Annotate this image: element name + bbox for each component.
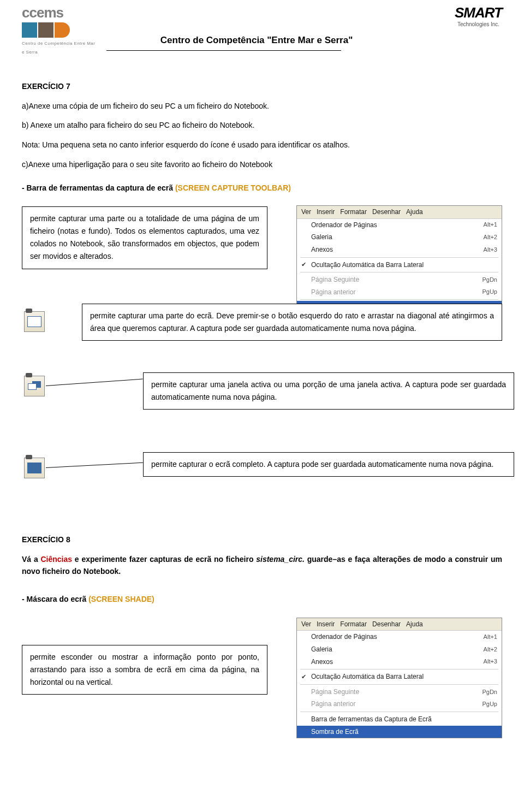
header-rule xyxy=(106,50,341,51)
menu-item-capture-toolbar[interactable]: Barra de ferramentas da Captura de Ecrã xyxy=(297,713,502,726)
menu-item-attachments[interactable]: Anexos Alt+3 xyxy=(297,244,502,256)
capture-screen-row: permite capturar o ecrã completo. A capt… xyxy=(22,452,502,512)
menu-ver[interactable]: Ver xyxy=(301,619,311,630)
menu-item-screen-shade[interactable]: Sombra de Ecrã xyxy=(297,726,502,738)
view-menu-1: Ver Inserir Formatar Desenhar Ajuda Orde… xyxy=(296,205,502,314)
shade-box: permite esconder ou mostrar a informação… xyxy=(22,645,267,695)
menu-item-page-sorter[interactable]: Ordenador de Páginas Alt+1 xyxy=(297,631,502,643)
view-menu-2: Ver Inserir Formatar Desenhar Ajuda Orde… xyxy=(296,618,502,738)
content: EXERCÍCIO 7 a)Anexe uma cópia de um fich… xyxy=(0,81,524,749)
menu-separator xyxy=(300,257,498,258)
shade-block: permite esconder ou mostrar a informação… xyxy=(22,618,502,749)
exercise-8: EXERCÍCIO 8 Vá a Ciências e experimente … xyxy=(22,534,502,577)
capture-block: permite capturar uma parte ou a totalida… xyxy=(22,206,502,354)
screen-shade-orange: (SCREEN SHADE) xyxy=(88,595,154,603)
menu-item-autohide[interactable]: Ocultação Automática da Barra Lateral xyxy=(297,259,502,271)
logo-ccems-icon xyxy=(22,22,98,38)
document-page: ccems Centro de Competência Entre Mar e … xyxy=(0,0,524,812)
menu-item-prev-page: Página anterior PgUp xyxy=(297,698,502,710)
menu-item-gallery[interactable]: Galeria Alt+2 xyxy=(297,643,502,656)
menu-separator xyxy=(300,299,498,300)
menubar: Ver Inserir Formatar Desenhar Ajuda xyxy=(297,206,502,219)
logo-ccems-text: ccems xyxy=(22,4,63,21)
exercise-8-heading: EXERCÍCIO 8 xyxy=(22,534,502,546)
capture-screen-icon xyxy=(24,458,45,478)
menubar: Ver Inserir Formatar Desenhar Ajuda xyxy=(297,618,502,631)
exercise-7-heading: EXERCÍCIO 7 xyxy=(22,81,502,93)
screen-shade-heading: - Máscara do ecrã (SCREEN SHADE) xyxy=(22,594,502,606)
exercise-7-a: a)Anexe uma cópia de um ficheiro do seu … xyxy=(22,100,502,112)
connector-line xyxy=(46,379,143,386)
exercise-8-body: Vá a Ciências e experimente fazer captur… xyxy=(22,554,502,577)
capture-box-window: permite capturar uma janela activa ou um… xyxy=(143,372,514,410)
menu-separator xyxy=(300,684,498,685)
capture-box-intro: permite capturar uma parte ou a totalida… xyxy=(22,206,267,269)
menu-item-attachments[interactable]: Anexos Alt+3 xyxy=(297,656,502,668)
menu-item-page-sorter[interactable]: Ordenador de Páginas Alt+1 xyxy=(297,219,502,232)
exercise-7-b: b) Anexe um atalho para ficheiro do seu … xyxy=(22,120,502,132)
connector-line xyxy=(46,463,143,468)
menu-item-gallery[interactable]: Galeria Alt+2 xyxy=(297,231,502,244)
capture-area-icon xyxy=(24,311,45,332)
capture-box-area: permite capturar uma parte do ecrã. Deve… xyxy=(82,304,502,341)
menu-inserir[interactable]: Inserir xyxy=(317,619,335,630)
header: ccems Centro de Competência Entre Mar e … xyxy=(0,0,524,81)
screen-shade-prefix: - Máscara do ecrã xyxy=(22,595,88,603)
logo-smart: SMART Technologies Inc. xyxy=(415,4,502,28)
menu-ajuda[interactable]: Ajuda xyxy=(406,207,423,217)
logo-ccems-subtitle: Centro de Competência Entre Mar e Serra xyxy=(22,41,95,55)
page-title: Centro de Competência "Entre Mar e Serra… xyxy=(98,4,415,46)
menu-formatar[interactable]: Formatar xyxy=(340,207,367,217)
menu-ver[interactable]: Ver xyxy=(301,207,311,217)
capture-box-screen: permite capturar o ecrã completo. A capt… xyxy=(143,452,514,477)
exercise-7: EXERCÍCIO 7 a)Anexe uma cópia de um fich… xyxy=(22,81,502,170)
exercise-7-note: Nota: Uma pequena seta no canto inferior… xyxy=(22,139,502,151)
menu-inserir[interactable]: Inserir xyxy=(317,207,335,217)
screen-capture-orange: (SCREEN CAPTURE TOOLBAR) xyxy=(175,183,291,192)
menu-item-prev-page: Página anterior PgUp xyxy=(297,286,502,299)
menu-formatar[interactable]: Formatar xyxy=(340,619,367,630)
capture-window-icon xyxy=(24,376,45,396)
menu-item-autohide[interactable]: Ocultação Automática da Barra Lateral xyxy=(297,671,502,683)
menu-separator xyxy=(300,712,498,712)
menu-item-next-page: Página Seguinte PgDn xyxy=(297,686,502,698)
menu-desenhar[interactable]: Desenhar xyxy=(372,207,401,217)
exercise-7-c: c)Anexe uma hiperligação para o seu site… xyxy=(22,159,502,171)
menu-ajuda[interactable]: Ajuda xyxy=(406,619,423,630)
logo-ccems: ccems Centro de Competência Entre Mar e … xyxy=(22,4,98,55)
capture-window-row: permite capturar uma janela activa ou um… xyxy=(22,376,502,436)
menu-desenhar[interactable]: Desenhar xyxy=(372,619,401,630)
logo-smart-text: SMART xyxy=(455,4,502,21)
screen-capture-prefix: - Barra de ferramentas da captura de ecr… xyxy=(22,183,175,192)
screen-capture-heading: - Barra de ferramentas da captura de ecr… xyxy=(22,182,502,194)
menu-separator xyxy=(300,272,498,272)
menu-separator xyxy=(300,669,498,669)
menu-item-next-page: Página Seguinte PgDn xyxy=(297,274,502,286)
logo-smart-subtitle: Technologies Inc. xyxy=(455,21,502,27)
